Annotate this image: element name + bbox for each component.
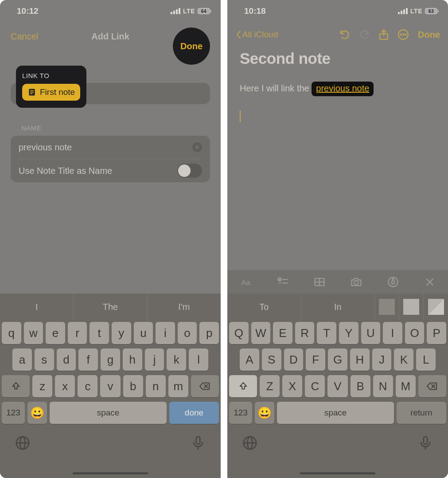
key-k[interactable]: K	[394, 349, 413, 371]
key-e[interactable]: e	[46, 322, 65, 344]
key-done[interactable]: done	[169, 402, 219, 424]
sticker-suggestion[interactable]	[424, 294, 448, 320]
key-space[interactable]: space	[277, 402, 394, 424]
home-indicator[interactable]	[73, 472, 148, 474]
key-w[interactable]: w	[24, 322, 43, 344]
key-m[interactable]: M	[396, 375, 416, 397]
key-u[interactable]: U	[361, 322, 381, 344]
note-content[interactable]: Second note Here I will link the previou…	[227, 47, 448, 124]
key-shift[interactable]	[2, 375, 30, 397]
cancel-button[interactable]: Cancel	[11, 31, 38, 42]
key-a[interactable]: a	[12, 349, 32, 371]
key-s[interactable]: S	[262, 349, 281, 371]
key-h[interactable]: H	[350, 349, 370, 371]
key-g[interactable]: G	[328, 349, 347, 371]
undo-button[interactable]	[338, 28, 351, 41]
key-p[interactable]: p	[199, 322, 219, 344]
back-button[interactable]: All iCloud	[235, 30, 278, 39]
key-x[interactable]: X	[282, 375, 302, 397]
key-i[interactable]: i	[156, 322, 175, 344]
key-r[interactable]: r	[68, 322, 87, 344]
key-u[interactable]: u	[134, 322, 153, 344]
more-button[interactable]	[397, 28, 410, 41]
key-x[interactable]: x	[55, 375, 75, 397]
table-button[interactable]	[311, 275, 328, 289]
key-123[interactable]: 123	[229, 402, 252, 424]
key-t[interactable]: t	[90, 322, 109, 344]
globe-icon[interactable]	[242, 435, 257, 451]
use-title-toggle[interactable]	[177, 164, 202, 178]
key-b[interactable]: b	[123, 375, 143, 397]
key-n[interactable]: n	[146, 375, 166, 397]
key-z[interactable]: z	[32, 375, 52, 397]
key-c[interactable]: C	[305, 375, 325, 397]
key-v[interactable]: v	[100, 375, 120, 397]
key-q[interactable]: q	[2, 322, 21, 344]
suggestion[interactable]: To	[227, 294, 301, 320]
key-b[interactable]: B	[351, 375, 370, 397]
camera-button[interactable]	[347, 275, 365, 289]
checklist-button[interactable]	[274, 275, 292, 289]
key-emoji[interactable]: 😀	[27, 402, 47, 424]
key-l[interactable]: L	[416, 349, 436, 371]
note-icon	[27, 88, 36, 97]
key-o[interactable]: O	[405, 322, 425, 344]
key-c[interactable]: c	[78, 375, 97, 397]
key-delete[interactable]	[191, 375, 219, 397]
key-a[interactable]: A	[240, 349, 259, 371]
globe-icon[interactable]	[15, 435, 30, 451]
key-123[interactable]: 123	[2, 402, 25, 424]
mic-icon[interactable]	[418, 435, 433, 451]
note-title[interactable]: Second note	[240, 50, 436, 67]
done-button[interactable]: Done	[418, 30, 440, 40]
key-n[interactable]: N	[373, 375, 393, 397]
memoji-suggestion[interactable]	[375, 294, 399, 320]
link-name-input[interactable]: previous note	[19, 142, 72, 153]
key-s[interactable]: s	[35, 349, 54, 371]
key-v[interactable]: V	[327, 375, 347, 397]
suggestion[interactable]: I'm	[148, 294, 221, 320]
key-return[interactable]: return	[397, 402, 446, 424]
close-toolbar-button[interactable]	[421, 275, 439, 289]
svg-rect-9	[196, 437, 200, 444]
key-delete[interactable]	[418, 375, 446, 397]
key-g[interactable]: g	[101, 349, 120, 371]
key-m[interactable]: m	[168, 375, 188, 397]
linked-note-chip[interactable]: First note	[22, 84, 80, 101]
text-format-button[interactable]: Aa	[237, 275, 255, 289]
mic-icon[interactable]	[191, 435, 206, 451]
key-f[interactable]: f	[78, 349, 98, 371]
clear-icon[interactable]: ✕	[192, 142, 202, 152]
key-space[interactable]: space	[50, 402, 167, 424]
key-t[interactable]: T	[317, 322, 336, 344]
suggestion[interactable]: In	[301, 294, 375, 320]
key-l[interactable]: l	[189, 349, 208, 371]
key-p[interactable]: P	[427, 322, 446, 344]
key-k[interactable]: k	[167, 349, 186, 371]
note-link[interactable]: previous note	[312, 82, 374, 96]
key-y[interactable]: y	[112, 322, 131, 344]
home-indicator[interactable]	[300, 472, 375, 474]
suggestion[interactable]: The	[74, 294, 147, 320]
key-f[interactable]: F	[306, 349, 325, 371]
suggestion[interactable]: I	[0, 294, 74, 320]
key-z[interactable]: Z	[260, 375, 280, 397]
key-w[interactable]: W	[251, 322, 271, 344]
key-r[interactable]: R	[295, 322, 315, 344]
share-button[interactable]	[377, 28, 390, 41]
sticker-suggestion[interactable]	[399, 294, 424, 320]
key-d[interactable]: d	[57, 349, 76, 371]
key-j[interactable]: j	[145, 349, 164, 371]
key-emoji[interactable]: 😀	[255, 402, 274, 424]
key-j[interactable]: J	[372, 349, 392, 371]
key-o[interactable]: o	[178, 322, 197, 344]
key-d[interactable]: D	[284, 349, 304, 371]
key-q[interactable]: Q	[229, 322, 249, 344]
key-h[interactable]: h	[123, 349, 142, 371]
key-shift[interactable]	[229, 375, 257, 397]
key-e[interactable]: E	[273, 322, 292, 344]
done-button[interactable]: Done	[173, 27, 210, 65]
key-i[interactable]: I	[383, 322, 402, 344]
key-y[interactable]: Y	[339, 322, 358, 344]
markup-button[interactable]	[384, 275, 402, 289]
